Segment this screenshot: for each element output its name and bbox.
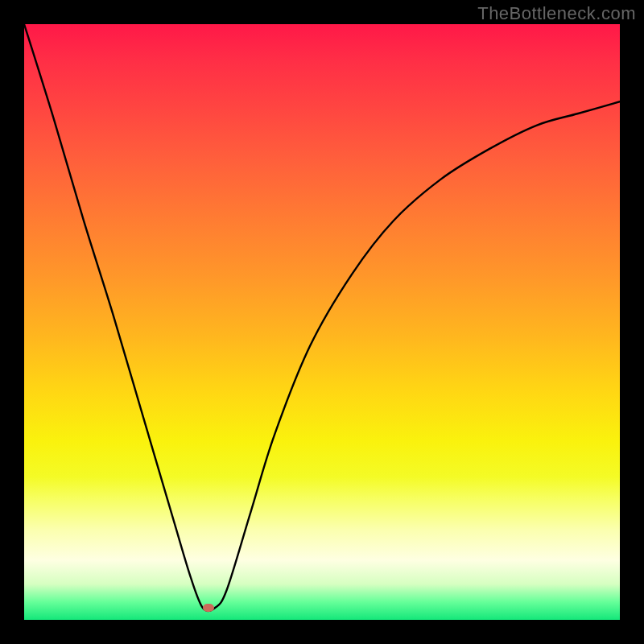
chart-frame: TheBottleneck.com — [0, 0, 644, 644]
plot-area — [24, 24, 620, 620]
watermark-text: TheBottleneck.com — [477, 3, 636, 24]
bottleneck-curve — [24, 24, 620, 620]
minimum-marker — [203, 604, 214, 612]
